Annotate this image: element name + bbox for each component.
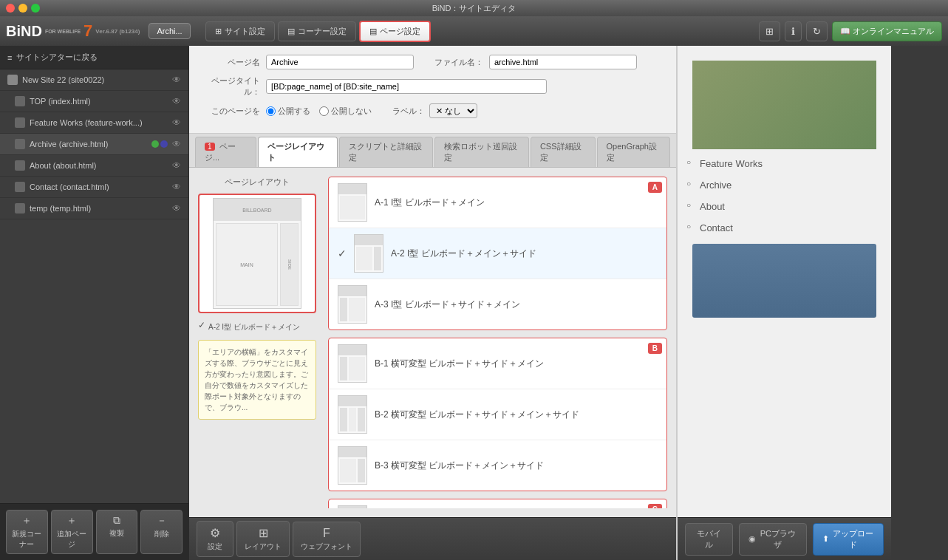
- logo-text: BiND: [6, 23, 42, 40]
- version-text: Ver.6.87 (b1234): [95, 28, 140, 35]
- sidebar-item-feature[interactable]: Feature Works (feature-work...) 👁: [0, 112, 188, 134]
- page-icon6: [15, 203, 25, 214]
- page-icon: [15, 96, 25, 106]
- selected-checkmark: ✓: [338, 247, 347, 259]
- page-icon2: ▤: [369, 27, 377, 36]
- page-settings-button[interactable]: ▤ ページ設定: [359, 21, 431, 42]
- webfont-bottom-button[interactable]: F ウェブフォント: [293, 522, 361, 557]
- preview-side: SIDE: [280, 223, 299, 306]
- upload-button[interactable]: ⬆ アップロード: [813, 523, 884, 556]
- layout-option-c1[interactable]: C-1 左寄せ型 ビルボード＋サイド＋メイン: [329, 499, 666, 508]
- site-settings-button[interactable]: ⊞ サイト設定: [205, 21, 275, 41]
- nav-item-feature[interactable]: Feature Works: [692, 158, 876, 169]
- page-name-input[interactable]: [266, 55, 414, 69]
- back-to-theater[interactable]: ≡ サイトシアターに戻る: [0, 46, 188, 69]
- tab-script[interactable]: スクリプトと詳細設定: [339, 137, 434, 167]
- sidebar-item-site[interactable]: New Site 22 (site0022) 👁: [0, 69, 188, 91]
- publish-radio[interactable]: [266, 106, 276, 116]
- tab-page[interactable]: 1 ページ...: [195, 137, 256, 167]
- sidebar-items: New Site 22 (site0022) 👁 TOP (index.html…: [0, 69, 188, 503]
- label-select[interactable]: ✕ なし: [429, 103, 477, 118]
- refresh-icon-button[interactable]: ↻: [806, 21, 828, 41]
- page-title-label: ページタイトル：: [201, 75, 260, 98]
- page-icon: ▤: [287, 27, 295, 36]
- sidebar-footer: ＋ 新規コーナー ＋ 追加ページ ⧉ 複製 － 削除: [0, 503, 188, 560]
- page-name-label: ページ名: [201, 57, 260, 68]
- layout-content: ページレイアウト BILLBOARD MAIN SIDE ✓ A-2 I型 ビル…: [189, 168, 676, 517]
- tab-robot[interactable]: 検索ロボット巡回設定: [434, 137, 529, 167]
- tab-css[interactable]: CSS詳細設定: [531, 137, 596, 167]
- thumb-a2: [354, 234, 383, 273]
- group-b-label: B: [648, 343, 662, 354]
- layout-option-a3[interactable]: A-3 I型 ビルボード＋サイド＋メイン: [329, 279, 666, 329]
- status-dots: [151, 140, 168, 148]
- page-title-input[interactable]: [266, 79, 547, 94]
- window-title: BiND：サイトエディタ: [432, 3, 516, 14]
- right-bottom-bar: モバイル ◉ PCブラウザ ⬆ アップロード: [678, 517, 891, 560]
- delete-button[interactable]: － 削除: [140, 510, 183, 554]
- publish-radio-group: 公開する 公開しない: [266, 106, 372, 117]
- eye-icon-about: 👁: [172, 160, 181, 171]
- nav-item-archive[interactable]: Archive: [692, 180, 876, 191]
- nav-item-contact[interactable]: Contact: [692, 222, 876, 233]
- map-icon-button[interactable]: ⊞: [759, 21, 780, 41]
- archive-tab-button[interactable]: Archi...: [149, 23, 190, 39]
- maximize-button[interactable]: [31, 4, 40, 13]
- nav-item-about[interactable]: About: [692, 201, 876, 212]
- right-preview-content: Feature Works Archive About Contact: [678, 46, 891, 332]
- sidebar-item-contact[interactable]: Contact (contact.html) 👁: [0, 177, 188, 198]
- eye-icon-pc: ◉: [748, 534, 756, 544]
- layout-option-b2[interactable]: B-2 横可変型 ビルボード＋サイド＋メイン＋サイド: [329, 389, 666, 440]
- layout-preview-panel: ページレイアウト BILLBOARD MAIN SIDE ✓ A-2 I型 ビル…: [198, 177, 316, 508]
- add-page-button[interactable]: ＋ 追加ページ: [51, 510, 93, 554]
- app-body: ≡ サイトシアターに戻る New Site 22 (site0022) 👁 TO…: [0, 46, 948, 560]
- tab-opengraph[interactable]: OpenGraph設定: [597, 137, 670, 167]
- preview-image2: [692, 244, 876, 318]
- eye-icon-feature: 👁: [172, 117, 181, 128]
- bottom-toolbar-left: ⚙ 設定 ⊞ レイアウト F ウェブフォント: [189, 517, 676, 560]
- layout-option-a1[interactable]: A-1 I型 ビルボード＋メイン: [329, 177, 666, 228]
- sidebar-item-about[interactable]: About (about.html) 👁: [0, 155, 188, 177]
- no-publish-radio[interactable]: [319, 106, 329, 116]
- thumb-b1: [338, 344, 367, 383]
- eye-icon-archive: 👁: [172, 139, 181, 149]
- page-settings-panel: ページ名 ファイル名： ページタイトル： このページを 公開する 公開しない: [189, 46, 677, 560]
- duplicate-button[interactable]: ⧉ 複製: [96, 510, 138, 554]
- new-corner-button[interactable]: ＋ 新規コーナー: [6, 510, 48, 554]
- layout-preview-card[interactable]: BILLBOARD MAIN SIDE: [198, 194, 316, 313]
- sidebar-item-top[interactable]: TOP (index.html) 👁: [0, 91, 188, 112]
- plus-icon2: ＋: [67, 514, 77, 527]
- tabs-row: 1 ページ... ページレイアウト スクリプトと詳細設定 検索ロボット巡回設定 …: [189, 134, 676, 168]
- layout-option-b1[interactable]: B-1 横可変型 ビルボード＋サイド＋メイン: [329, 338, 666, 389]
- settings-bottom-button[interactable]: ⚙ 設定: [197, 521, 233, 557]
- corner-settings-button[interactable]: ▤ コーナー設定: [278, 21, 356, 41]
- thumb-a1: [338, 183, 367, 222]
- preview-billboard: BILLBOARD: [214, 199, 301, 221]
- info-icon-button[interactable]: ℹ: [785, 21, 802, 41]
- layout-option-b3[interactable]: B-3 横可変型 ビルボード＋メイン＋サイド: [329, 440, 666, 491]
- sidebar-item-archive[interactable]: Archive (archive.html) 👁: [0, 134, 188, 155]
- publish-option[interactable]: 公開する: [266, 106, 310, 117]
- sidebar: ≡ サイトシアターに戻る New Site 22 (site0022) 👁 TO…: [0, 46, 189, 560]
- layout-option-a2[interactable]: ✓ A-2 I型 ビルボード＋メイン＋サイド: [329, 228, 666, 279]
- right-preview-panel: Feature Works Archive About Contact モバイル…: [677, 46, 891, 560]
- thumb-b2: [338, 395, 367, 434]
- no-publish-option[interactable]: 公開しない: [319, 106, 372, 117]
- layout-group-a: A A-1 I型 ビルボード＋メイン ✓: [328, 177, 667, 330]
- minimize-button[interactable]: [18, 4, 27, 13]
- main-content: ページ名 ファイル名： ページタイトル： このページを 公開する 公開しない: [189, 46, 948, 560]
- mobile-button[interactable]: モバイル: [685, 523, 733, 556]
- layout-bottom-button[interactable]: ⊞ レイアウト: [236, 521, 290, 557]
- online-manual-button[interactable]: 📖 オンラインマニュアル: [832, 21, 942, 41]
- plus-icon: ＋: [21, 514, 32, 527]
- label-select-group: ラベル： ✕ なし: [392, 103, 477, 118]
- sidebar-item-temp[interactable]: temp (temp.html) 👁: [0, 198, 188, 219]
- logo-for: FOR WEBLIFE: [45, 29, 81, 34]
- green-dot: [151, 140, 159, 148]
- eye-icon-contact: 👁: [172, 182, 181, 192]
- file-name-input[interactable]: [489, 55, 637, 69]
- preview-label: ページレイアウト: [198, 177, 316, 188]
- pc-browser-button[interactable]: ◉ PCブラウザ: [739, 523, 806, 556]
- close-button[interactable]: [6, 4, 15, 13]
- tab-page-layout[interactable]: ページレイアウト: [258, 137, 337, 167]
